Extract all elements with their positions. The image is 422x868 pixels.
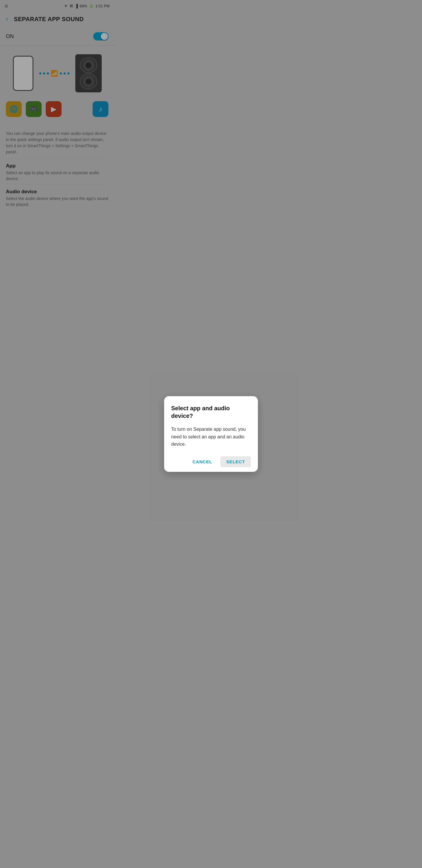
dialog-overlay: Select app and audio device? To turn on …: [0, 0, 114, 868]
